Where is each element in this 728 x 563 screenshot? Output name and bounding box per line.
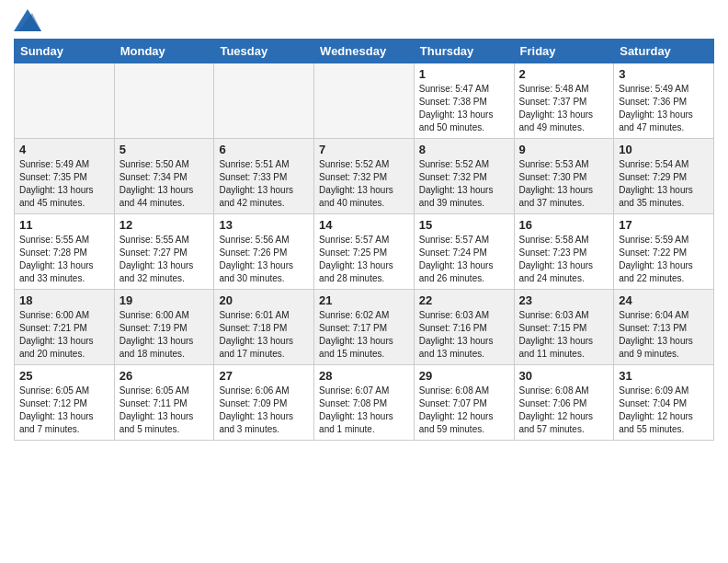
weekday-header-cell: Thursday	[414, 40, 514, 63]
calendar-cell: 13Sunrise: 5:56 AM Sunset: 7:26 PM Dayli…	[214, 214, 314, 290]
calendar-cell: 2Sunrise: 5:48 AM Sunset: 7:37 PM Daylig…	[514, 63, 614, 139]
calendar-cell: 25Sunrise: 6:05 AM Sunset: 7:12 PM Dayli…	[15, 365, 115, 441]
day-info: Sunrise: 6:08 AM Sunset: 7:06 PM Dayligh…	[519, 385, 609, 436]
calendar-cell	[15, 63, 115, 139]
day-number: 24	[619, 293, 709, 307]
calendar-cell: 14Sunrise: 5:57 AM Sunset: 7:25 PM Dayli…	[314, 214, 415, 290]
day-number: 4	[19, 143, 109, 156]
calendar-cell: 17Sunrise: 5:59 AM Sunset: 7:22 PM Dayli…	[614, 214, 714, 290]
day-number: 21	[319, 293, 409, 307]
day-number: 3	[619, 67, 709, 81]
day-number: 16	[519, 218, 609, 232]
calendar-cell	[214, 63, 314, 139]
weekday-header-cell: Tuesday	[214, 40, 314, 63]
calendar-cell: 29Sunrise: 6:08 AM Sunset: 7:07 PM Dayli…	[414, 365, 514, 441]
day-number: 12	[119, 218, 210, 232]
day-number: 19	[119, 293, 210, 307]
calendar-body: 1Sunrise: 5:47 AM Sunset: 7:38 PM Daylig…	[15, 63, 714, 441]
day-info: Sunrise: 5:58 AM Sunset: 7:23 PM Dayligh…	[519, 234, 609, 285]
day-number: 14	[319, 218, 409, 232]
day-info: Sunrise: 5:51 AM Sunset: 7:33 PM Dayligh…	[219, 158, 309, 210]
day-info: Sunrise: 5:48 AM Sunset: 7:37 PM Dayligh…	[519, 83, 609, 134]
day-number: 31	[619, 369, 709, 383]
day-info: Sunrise: 5:53 AM Sunset: 7:30 PM Dayligh…	[519, 158, 609, 210]
calendar-cell: 23Sunrise: 6:03 AM Sunset: 7:15 PM Dayli…	[514, 290, 614, 365]
day-info: Sunrise: 6:03 AM Sunset: 7:16 PM Dayligh…	[419, 309, 509, 361]
page: SundayMondayTuesdayWednesdayThursdayFrid…	[0, 0, 728, 563]
day-info: Sunrise: 6:04 AM Sunset: 7:13 PM Dayligh…	[619, 309, 709, 361]
day-number: 30	[519, 369, 609, 383]
calendar-week-row: 4Sunrise: 5:49 AM Sunset: 7:35 PM Daylig…	[15, 139, 714, 214]
calendar-cell: 1Sunrise: 5:47 AM Sunset: 7:38 PM Daylig…	[414, 63, 514, 139]
weekday-header-cell: Wednesday	[314, 40, 415, 63]
day-info: Sunrise: 6:01 AM Sunset: 7:18 PM Dayligh…	[219, 309, 309, 361]
day-info: Sunrise: 5:56 AM Sunset: 7:26 PM Dayligh…	[219, 234, 309, 285]
day-number: 5	[119, 143, 210, 156]
calendar-cell: 8Sunrise: 5:52 AM Sunset: 7:32 PM Daylig…	[414, 139, 514, 214]
calendar-cell: 19Sunrise: 6:00 AM Sunset: 7:19 PM Dayli…	[114, 290, 214, 365]
calendar-week-row: 1Sunrise: 5:47 AM Sunset: 7:38 PM Daylig…	[15, 63, 714, 139]
day-info: Sunrise: 6:06 AM Sunset: 7:09 PM Dayligh…	[219, 385, 309, 436]
logo	[14, 9, 45, 31]
calendar-cell: 4Sunrise: 5:49 AM Sunset: 7:35 PM Daylig…	[15, 139, 115, 214]
day-number: 25	[19, 369, 109, 383]
calendar-cell: 7Sunrise: 5:52 AM Sunset: 7:32 PM Daylig…	[314, 139, 415, 214]
calendar-cell	[114, 63, 214, 139]
calendar-cell: 6Sunrise: 5:51 AM Sunset: 7:33 PM Daylig…	[214, 139, 314, 214]
calendar-cell: 15Sunrise: 5:57 AM Sunset: 7:24 PM Dayli…	[414, 214, 514, 290]
logo-icon	[14, 9, 41, 31]
calendar-cell: 5Sunrise: 5:50 AM Sunset: 7:34 PM Daylig…	[114, 139, 214, 214]
day-number: 8	[419, 143, 509, 156]
calendar-week-row: 11Sunrise: 5:55 AM Sunset: 7:28 PM Dayli…	[15, 214, 714, 290]
day-info: Sunrise: 6:00 AM Sunset: 7:19 PM Dayligh…	[119, 309, 210, 361]
day-info: Sunrise: 5:57 AM Sunset: 7:25 PM Dayligh…	[319, 234, 409, 285]
calendar-cell: 10Sunrise: 5:54 AM Sunset: 7:29 PM Dayli…	[614, 139, 714, 214]
day-info: Sunrise: 5:55 AM Sunset: 7:28 PM Dayligh…	[19, 234, 109, 285]
calendar-cell: 24Sunrise: 6:04 AM Sunset: 7:13 PM Dayli…	[614, 290, 714, 365]
day-number: 17	[619, 218, 709, 232]
day-number: 20	[219, 293, 309, 307]
calendar-cell: 22Sunrise: 6:03 AM Sunset: 7:16 PM Dayli…	[414, 290, 514, 365]
day-number: 29	[419, 369, 509, 383]
calendar-cell: 21Sunrise: 6:02 AM Sunset: 7:17 PM Dayli…	[314, 290, 415, 365]
calendar-cell: 30Sunrise: 6:08 AM Sunset: 7:06 PM Dayli…	[514, 365, 614, 441]
day-info: Sunrise: 6:05 AM Sunset: 7:12 PM Dayligh…	[19, 385, 109, 436]
day-number: 7	[319, 143, 409, 156]
day-number: 27	[219, 369, 309, 383]
day-number: 23	[519, 293, 609, 307]
day-info: Sunrise: 6:09 AM Sunset: 7:04 PM Dayligh…	[619, 385, 709, 436]
day-info: Sunrise: 5:59 AM Sunset: 7:22 PM Dayligh…	[619, 234, 709, 285]
calendar-cell: 11Sunrise: 5:55 AM Sunset: 7:28 PM Dayli…	[15, 214, 115, 290]
day-number: 11	[19, 218, 109, 232]
day-info: Sunrise: 6:03 AM Sunset: 7:15 PM Dayligh…	[519, 309, 609, 361]
day-number: 1	[419, 67, 509, 81]
calendar-cell: 3Sunrise: 5:49 AM Sunset: 7:36 PM Daylig…	[614, 63, 714, 139]
calendar-week-row: 18Sunrise: 6:00 AM Sunset: 7:21 PM Dayli…	[15, 290, 714, 365]
day-info: Sunrise: 5:54 AM Sunset: 7:29 PM Dayligh…	[619, 158, 709, 210]
weekday-header-cell: Monday	[114, 40, 214, 63]
day-info: Sunrise: 5:57 AM Sunset: 7:24 PM Dayligh…	[419, 234, 509, 285]
day-info: Sunrise: 6:02 AM Sunset: 7:17 PM Dayligh…	[319, 309, 409, 361]
day-number: 13	[219, 218, 309, 232]
day-number: 18	[19, 293, 109, 307]
weekday-header-cell: Friday	[514, 40, 614, 63]
calendar-cell: 12Sunrise: 5:55 AM Sunset: 7:27 PM Dayli…	[114, 214, 214, 290]
day-number: 15	[419, 218, 509, 232]
day-number: 26	[119, 369, 210, 383]
day-info: Sunrise: 5:47 AM Sunset: 7:38 PM Dayligh…	[419, 83, 509, 134]
calendar-cell: 28Sunrise: 6:07 AM Sunset: 7:08 PM Dayli…	[314, 365, 415, 441]
calendar-cell: 31Sunrise: 6:09 AM Sunset: 7:04 PM Dayli…	[614, 365, 714, 441]
header	[14, 9, 714, 31]
day-info: Sunrise: 5:50 AM Sunset: 7:34 PM Dayligh…	[119, 158, 210, 210]
day-info: Sunrise: 5:49 AM Sunset: 7:36 PM Dayligh…	[619, 83, 709, 134]
day-number: 10	[619, 143, 709, 156]
day-info: Sunrise: 6:07 AM Sunset: 7:08 PM Dayligh…	[319, 385, 409, 436]
day-info: Sunrise: 6:05 AM Sunset: 7:11 PM Dayligh…	[119, 385, 210, 436]
calendar-cell: 18Sunrise: 6:00 AM Sunset: 7:21 PM Dayli…	[15, 290, 115, 365]
day-number: 9	[519, 143, 609, 156]
weekday-header-cell: Saturday	[614, 40, 714, 63]
weekday-header-row: SundayMondayTuesdayWednesdayThursdayFrid…	[15, 40, 714, 63]
calendar-cell: 20Sunrise: 6:01 AM Sunset: 7:18 PM Dayli…	[214, 290, 314, 365]
calendar-week-row: 25Sunrise: 6:05 AM Sunset: 7:12 PM Dayli…	[15, 365, 714, 441]
day-info: Sunrise: 5:52 AM Sunset: 7:32 PM Dayligh…	[319, 158, 409, 210]
